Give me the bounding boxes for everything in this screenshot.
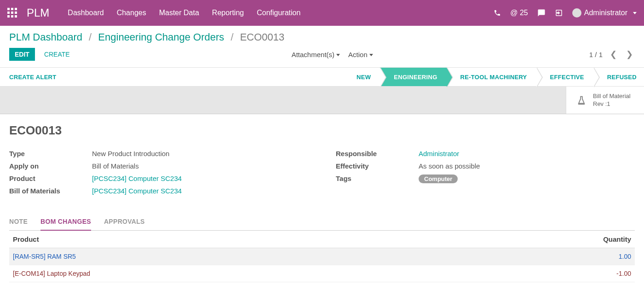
avatar <box>572 8 581 17</box>
bom-rev-line2: Rev :1 <box>593 100 631 108</box>
tab-note[interactable]: NOTE <box>9 213 28 230</box>
bom-changes-table: Product Quantity [RAM-SR5] RAM SR5 1.00 … <box>9 231 635 282</box>
phone-icon[interactable] <box>494 9 501 17</box>
menu-reporting[interactable]: Reporting <box>212 9 244 17</box>
user-name: Administrator <box>584 9 627 17</box>
tab-bom-changes[interactable]: BOM CHANGES <box>40 213 91 231</box>
th-product[interactable]: Product <box>9 231 451 248</box>
logout-icon[interactable] <box>555 9 563 17</box>
tab-approvals[interactable]: APPROVALS <box>104 213 145 230</box>
bom-rev-text: Bill of Material Rev :1 <box>593 93 631 108</box>
stage-refused[interactable]: REFUSED <box>593 68 644 86</box>
edit-button[interactable]: EDIT <box>9 48 35 61</box>
value-type: New Product Introduction <box>92 150 169 157</box>
stages: NEW ENGINEERING RE-TOOL MACHINERY EFFECT… <box>343 68 644 86</box>
mentions-badge[interactable]: @ 25 <box>510 9 528 17</box>
menu-changes[interactable]: Changes <box>117 9 146 17</box>
stage-retool[interactable]: RE-TOOL MACHINERY <box>447 68 536 86</box>
label-apply-on: Apply on <box>9 162 92 170</box>
row-product-link[interactable]: [RAM-SR5] RAM SR5 <box>13 253 76 260</box>
status-bar: CREATE ALERT NEW ENGINEERING RE-TOOL MAC… <box>0 67 644 87</box>
value-responsible-link[interactable]: Administrator <box>419 150 459 157</box>
label-tags: Tags <box>336 175 419 182</box>
flask-icon <box>576 94 586 107</box>
breadcrumb-sep: / <box>89 31 92 43</box>
stage-new[interactable]: NEW <box>343 68 380 86</box>
mid-actions: Attachment(s) Action <box>292 51 373 58</box>
chat-icon[interactable] <box>537 9 546 17</box>
pager-prev-icon[interactable]: ❮ <box>608 49 619 59</box>
breadcrumb-parent[interactable]: Engineering Change Orders <box>98 31 224 43</box>
field-grid: Type New Product Introduction Apply on B… <box>9 150 635 199</box>
pager-count: 1 / 1 <box>589 51 603 58</box>
field-col-right: Responsible Administrator Effectivity As… <box>336 150 635 199</box>
value-apply-on: Bill of Materials <box>92 162 139 170</box>
breadcrumb-bar: PLM Dashboard / Engineering Change Order… <box>0 26 644 43</box>
bom-rev-line1: Bill of Material <box>593 93 631 100</box>
table-row[interactable]: [RAM-SR5] RAM SR5 1.00 <box>9 248 635 265</box>
top-nav: PLM Dashboard Changes Master Data Report… <box>0 0 644 26</box>
menu-configuration[interactable]: Configuration <box>257 9 300 17</box>
control-bar: EDIT CREATE Attachment(s) Action 1 / 1 ❮… <box>0 43 644 67</box>
tag-computer[interactable]: Computer <box>419 175 458 183</box>
label-responsible: Responsible <box>336 150 419 157</box>
main-menu: Dashboard Changes Master Data Reporting … <box>68 9 300 17</box>
record-title: ECO0013 <box>9 123 635 138</box>
create-alert-button[interactable]: CREATE ALERT <box>9 68 57 86</box>
label-type: Type <box>9 150 92 157</box>
pager-next-icon[interactable]: ❯ <box>624 49 635 59</box>
user-menu[interactable]: Administrator <box>572 8 637 17</box>
value-bom-link[interactable]: [PCSC234] Computer SC234 <box>92 187 182 195</box>
breadcrumb-current: ECO0013 <box>240 31 285 43</box>
breadcrumb-root[interactable]: PLM Dashboard <box>9 31 82 43</box>
label-bom: Bill of Materials <box>9 187 92 195</box>
create-button[interactable]: CREATE <box>39 48 75 61</box>
menu-master-data[interactable]: Master Data <box>159 9 199 17</box>
row-product-link[interactable]: [E-COM14] Laptop Keypad <box>13 270 90 277</box>
label-effectivity: Effectivity <box>336 162 419 170</box>
topbar-right: @ 25 Administrator <box>494 8 637 17</box>
th-quantity[interactable]: Quantity <box>451 231 635 248</box>
stage-engineering[interactable]: ENGINEERING <box>380 68 446 86</box>
stage-effective[interactable]: EFFECTIVE <box>536 68 593 86</box>
row-quantity: 1.00 <box>451 248 635 265</box>
bom-rev-button[interactable]: Bill of Material Rev :1 <box>566 87 644 114</box>
attachments-dropdown[interactable]: Attachment(s) <box>292 51 340 58</box>
apps-icon[interactable] <box>7 8 17 18</box>
pager: 1 / 1 ❮ ❯ <box>589 49 635 59</box>
field-col-left: Type New Product Introduction Apply on B… <box>9 150 308 199</box>
app-logo: PLM <box>27 6 49 19</box>
breadcrumb-sep: / <box>230 31 233 43</box>
row-quantity: -1.00 <box>451 265 635 282</box>
info-strip: Bill of Material Rev :1 <box>0 87 644 114</box>
label-product: Product <box>9 175 92 182</box>
table-row[interactable]: [E-COM14] Laptop Keypad -1.00 <box>9 265 635 282</box>
breadcrumb: PLM Dashboard / Engineering Change Order… <box>9 31 635 43</box>
tabs: NOTE BOM CHANGES APPROVALS <box>9 213 635 231</box>
value-effectivity: As soon as possible <box>419 162 480 170</box>
value-product-link[interactable]: [PCSC234] Computer SC234 <box>92 175 182 182</box>
menu-dashboard[interactable]: Dashboard <box>68 9 104 17</box>
action-dropdown[interactable]: Action <box>348 51 373 58</box>
form-body: ECO0013 Type New Product Introduction Ap… <box>0 114 644 287</box>
